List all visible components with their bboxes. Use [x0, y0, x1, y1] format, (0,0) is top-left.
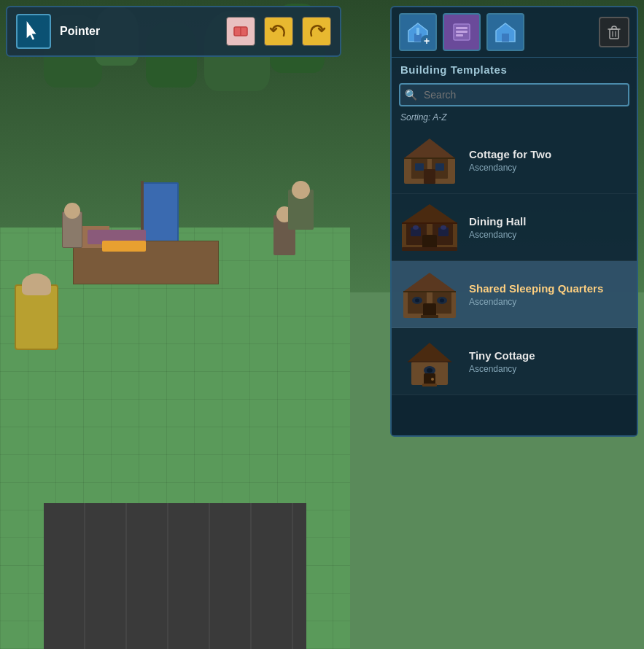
delete-button[interactable]	[599, 17, 629, 47]
building-info-dining-hall: Dining Hall Ascendancy	[469, 215, 628, 240]
undo-button[interactable]	[264, 17, 293, 46]
building-name-dining-hall: Dining Hall	[469, 215, 628, 228]
svg-marker-24	[402, 204, 457, 223]
svg-rect-52	[422, 384, 437, 386]
building-name-tiny-cottage: Tiny Cottage	[469, 349, 628, 362]
panel-title: Building Templates	[392, 58, 637, 79]
building-thumb-tiny-cottage	[400, 334, 459, 389]
building-item-cottage-for-two[interactable]: Cottage for Two Ascendancy	[392, 127, 637, 194]
list-empty-space	[392, 395, 637, 435]
building-thumb-cottage-for-two	[400, 133, 459, 187]
house-filter-button[interactable]	[486, 13, 524, 51]
svg-rect-19	[415, 163, 424, 171]
building-name-cottage-for-two: Cottage for Two	[469, 148, 628, 160]
pointer-tool-icon[interactable]	[16, 14, 51, 49]
search-input[interactable]	[399, 83, 629, 106]
templates-book-button[interactable]	[443, 13, 481, 51]
building-item-dining-hall[interactable]: Dining Hall Ascendancy	[392, 194, 637, 261]
add-building-button[interactable]: +	[399, 13, 437, 51]
building-name-shared-sleeping-quarters: Shared Sleeping Quarters	[469, 282, 628, 295]
building-category-cottage-for-two: Ascendancy	[469, 163, 628, 173]
pointer-label: Pointer	[60, 25, 217, 38]
building-category-shared-sleeping-quarters: Ascendancy	[469, 297, 628, 307]
svg-rect-21	[424, 169, 435, 184]
building-item-shared-sleeping-quarters[interactable]: Shared Sleeping Quarters Ascendancy	[392, 261, 637, 328]
svg-point-41	[440, 299, 444, 303]
svg-rect-10	[502, 34, 509, 42]
building-category-dining-hall: Ascendancy	[469, 230, 628, 240]
redo-button[interactable]	[302, 17, 331, 46]
building-item-tiny-cottage[interactable]: Tiny Cottage Ascendancy	[392, 328, 637, 395]
svg-rect-7	[456, 31, 468, 33]
panel-toolbar: +	[392, 7, 637, 58]
svg-marker-46	[408, 343, 451, 362]
building-list: Cottage for Two Ascendancy	[392, 127, 637, 435]
svg-rect-8	[456, 34, 463, 36]
svg-marker-35	[403, 273, 456, 292]
sorting-label: Sorting: A-Z	[392, 109, 637, 127]
svg-marker-16	[404, 139, 455, 158]
svg-point-29	[413, 225, 419, 230]
search-container	[392, 79, 637, 109]
building-info-shared-sleeping-quarters: Shared Sleeping Quarters Ascendancy	[469, 282, 628, 307]
building-info-tiny-cottage: Tiny Cottage Ascendancy	[469, 349, 628, 374]
eraser-button[interactable]	[226, 17, 255, 46]
building-thumb-dining-hall	[400, 200, 459, 254]
svg-point-50	[431, 378, 434, 381]
svg-point-48	[427, 368, 432, 373]
svg-rect-44	[421, 315, 438, 318]
svg-rect-33	[402, 247, 457, 251]
svg-point-40	[415, 299, 419, 303]
building-templates-panel: + Buil	[390, 6, 638, 437]
svg-point-30	[441, 225, 446, 230]
svg-rect-11	[610, 29, 618, 39]
svg-rect-20	[435, 163, 444, 171]
svg-rect-4	[416, 28, 419, 35]
toolbar: Pointer	[6, 6, 341, 57]
svg-rect-6	[456, 27, 468, 29]
building-thumb-shared-sleeping-quarters	[400, 267, 459, 322]
building-category-tiny-cottage: Ascendancy	[469, 364, 628, 374]
building-info-cottage-for-two: Cottage for Two Ascendancy	[469, 148, 628, 173]
plus-badge: +	[421, 35, 432, 47]
